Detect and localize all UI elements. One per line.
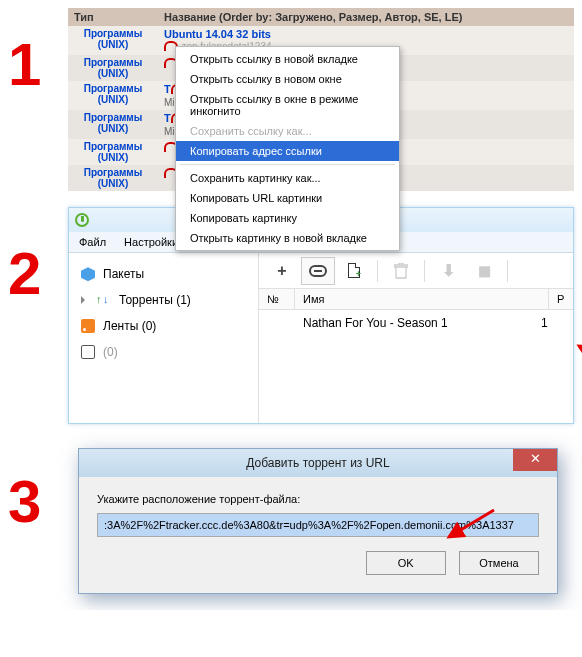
torrent-p: 1: [541, 316, 565, 330]
torrent-link[interactable]: T: [164, 112, 171, 124]
menu-settings[interactable]: Настройки: [124, 236, 178, 248]
torrent-name: Nathan For You - Season 1: [303, 316, 541, 330]
utorrent-logo-icon: [75, 213, 89, 227]
context-item[interactable]: Копировать адрес ссылки: [176, 141, 399, 161]
ok-button[interactable]: OK: [366, 551, 446, 575]
sidebar: Пакеты Торренты (1) Ленты (0) (0): [69, 253, 259, 423]
add-url-dialog: Добавить торрент из URL ✕ Укажите распол…: [78, 448, 558, 594]
delete-button[interactable]: [384, 257, 418, 285]
torrent-icon: [97, 293, 111, 307]
cancel-button[interactable]: Отмена: [459, 551, 539, 575]
rss-icon: [81, 319, 95, 333]
col-num[interactable]: №: [259, 289, 295, 309]
add-button[interactable]: +: [265, 257, 299, 285]
category-cell[interactable]: Программы(UNIX): [68, 26, 158, 55]
link-icon: [309, 265, 327, 277]
step-number-3: 3: [8, 467, 41, 536]
sidebar-torrents[interactable]: Торренты (1): [73, 287, 254, 313]
step-number-2: 2: [8, 239, 41, 308]
document-icon: +: [348, 263, 360, 278]
col-type: Тип: [68, 8, 158, 26]
category-cell[interactable]: Программы(UNIX): [68, 139, 158, 165]
sidebar-feeds[interactable]: Ленты (0): [73, 313, 254, 339]
category-cell[interactable]: Программы(UNIX): [68, 81, 158, 110]
context-item[interactable]: Копировать картинку: [176, 208, 399, 228]
sidebar-devices[interactable]: (0): [73, 339, 254, 365]
download-button[interactable]: ⬇: [431, 257, 465, 285]
stop-button[interactable]: ◼: [467, 257, 501, 285]
main-panel: + + ⬇ ◼ № Имя Р: [259, 253, 573, 423]
context-item[interactable]: Открыть ссылку в окне в режиме инкогнито: [176, 89, 399, 121]
context-item: Сохранить ссылку как...: [176, 121, 399, 141]
dialog-titlebar[interactable]: Добавить торрент из URL ✕: [79, 449, 557, 477]
toolbar-separator: [507, 260, 508, 282]
category-cell[interactable]: Программы(UNIX): [68, 110, 158, 139]
col-name: Название (Order by: Загружено, Размер, А…: [158, 8, 574, 26]
add-file-button[interactable]: +: [337, 257, 371, 285]
toolbar-separator: [424, 260, 425, 282]
toolbar: + + ⬇ ◼: [259, 253, 573, 289]
context-item[interactable]: Открыть ссылку в новой вкладке: [176, 49, 399, 69]
close-button[interactable]: ✕: [513, 449, 557, 471]
category-cell[interactable]: Программы(UNIX): [68, 55, 158, 81]
step-number-1: 1: [8, 30, 41, 99]
sidebar-packages[interactable]: Пакеты: [73, 261, 254, 287]
device-icon: [81, 345, 95, 359]
dialog-title: Добавить торрент из URL: [246, 456, 389, 470]
torrent-row[interactable]: Nathan For You - Season 1 1: [259, 310, 573, 336]
context-separator: [180, 164, 395, 165]
menu-file[interactable]: Файл: [79, 236, 106, 248]
context-item[interactable]: Копировать URL картинки: [176, 188, 399, 208]
col-name[interactable]: Имя: [295, 289, 549, 309]
col-p[interactable]: Р: [549, 289, 573, 309]
context-item[interactable]: Открыть картинку в новой вкладке: [176, 228, 399, 248]
torrent-link[interactable]: T: [164, 83, 171, 95]
package-icon: [81, 267, 95, 281]
annotation-arrow: [439, 505, 499, 548]
expand-icon[interactable]: [81, 296, 85, 304]
add-url-button[interactable]: [301, 257, 335, 285]
column-headers: № Имя Р: [259, 289, 573, 310]
torrent-link[interactable]: Ubuntu 14.04 32 bits: [164, 28, 271, 40]
dialog-label: Укажите расположение торрент-файла:: [97, 493, 539, 505]
context-menu: Открыть ссылку в новой вкладкеОткрыть сс…: [175, 46, 400, 251]
toolbar-separator: [377, 260, 378, 282]
context-item[interactable]: Сохранить картинку как...: [176, 168, 399, 188]
category-cell[interactable]: Программы(UNIX): [68, 165, 158, 191]
context-item[interactable]: Открыть ссылку в новом окне: [176, 69, 399, 89]
annotation-arrow: [569, 341, 582, 374]
